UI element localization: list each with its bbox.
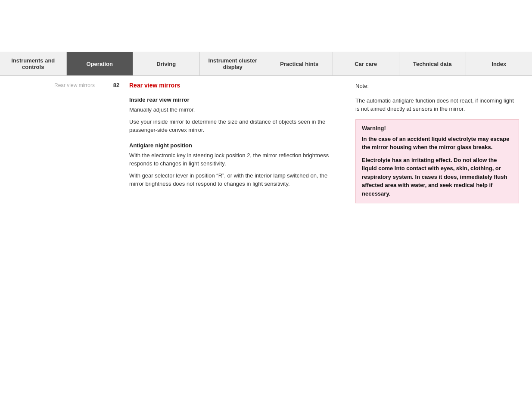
warning-para-1: Electrolyte has an irritating effect. Do… xyxy=(362,156,513,198)
nav-item-car-care[interactable]: Car care xyxy=(333,52,400,75)
breadcrumb: Rear view mirrors xyxy=(54,82,95,88)
page-number: 82 xyxy=(103,76,129,203)
nav-item-instrument-cluster-display[interactable]: Instrument cluster display xyxy=(200,52,267,75)
main-content: Rear view mirrors Inside rear view mirro… xyxy=(129,76,532,203)
left-column: Rear view mirrors xyxy=(0,76,103,203)
subsection-para-2-0: With the electronic key in steering lock… xyxy=(129,151,342,168)
warning-box: Warning! In the case of an accident liqu… xyxy=(355,119,519,204)
warning-para-0: In the case of an accident liquid electr… xyxy=(362,135,513,152)
nav-item-operation[interactable]: Operation xyxy=(67,52,134,75)
nav-item-instruments-and-controls[interactable]: Instruments and controls xyxy=(0,52,67,75)
subsection-heading-1: Inside rear view mirror xyxy=(129,97,342,103)
section-title: Rear view mirrors xyxy=(129,82,342,89)
right-main-content: Note: The automatic antiglare function d… xyxy=(355,82,519,203)
subsection-para-2-1: With gear selector lever in position “R”… xyxy=(129,171,342,188)
nav-item-practical-hints[interactable]: Practical hints xyxy=(266,52,333,75)
warning-title: Warning! xyxy=(362,125,513,131)
left-main-content: Rear view mirrors Inside rear view mirro… xyxy=(129,82,342,203)
nav-item-index[interactable]: Index xyxy=(466,52,532,75)
nav-item-technical-data[interactable]: Technical data xyxy=(399,52,466,75)
subsection-para-1-0: Manually adjust the mirror. xyxy=(129,106,342,114)
subsection-para-1-1: Use your inside mirror to determine the … xyxy=(129,118,342,134)
content-area: Rear view mirrors 82 Rear view mirrors I… xyxy=(0,76,532,203)
note-body: The automatic antiglare function does no… xyxy=(355,97,519,113)
navigation-bar: Instruments and controlsOperationDriving… xyxy=(0,52,532,76)
subsection-heading-2: Antiglare night position xyxy=(129,142,342,149)
note-label-text: Note: xyxy=(355,82,519,90)
nav-item-driving[interactable]: Driving xyxy=(133,52,200,75)
